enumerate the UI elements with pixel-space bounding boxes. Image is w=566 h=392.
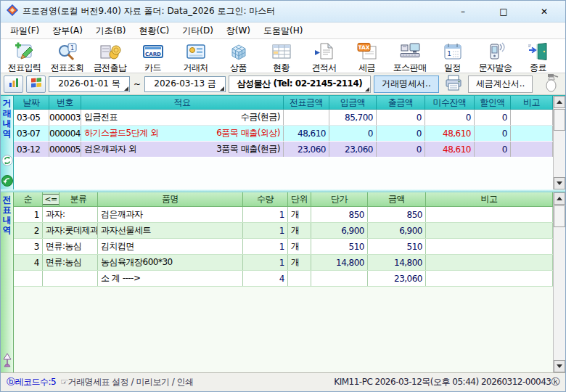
menu-status[interactable]: 현황(C): [132, 23, 176, 39]
scroll-thumb[interactable]: [554, 205, 565, 227]
quote-doc-icon: [313, 41, 335, 62]
item-row[interactable]: 3 면류:농심 김치컵면 1 개 510 510: [14, 239, 553, 255]
col-no[interactable]: 번호: [49, 96, 81, 110]
scroll-down-button[interactable]: [554, 360, 565, 372]
menu-window[interactable]: 창(W): [220, 23, 257, 39]
close-button[interactable]: ✕: [533, 3, 555, 20]
filter-bar: 2026-01-01 목 ~ 2026-03-13 금 삼성물산 (Tel: 0…: [1, 73, 565, 95]
date-to-field[interactable]: 2026-03-13 금: [144, 76, 226, 92]
subtotal-row: 소 계 ----> 4 23,060: [14, 271, 553, 287]
windows-button[interactable]: [26, 75, 46, 93]
date-from-field[interactable]: 2026-01-01 목: [49, 76, 130, 92]
scroll-up-button[interactable]: [554, 192, 565, 205]
col-seq[interactable]: 순: [14, 192, 43, 207]
col-name[interactable]: 품명: [98, 192, 243, 207]
item-row[interactable]: 1 과자: 검은깨과자 1 개 850 850: [14, 207, 553, 223]
menu-basic[interactable]: 기초(B): [89, 23, 133, 39]
bar-chart-icon: [8, 77, 20, 91]
title-bar: 프로경영(로컬 버전9.40) 자료 폴더: Data_2026 로그인: 마스…: [1, 1, 565, 23]
toolbar-label: 거래처: [183, 62, 208, 74]
cell-no: 000003: [49, 110, 81, 125]
toolbar-tax[interactable]: TAX 세금: [345, 40, 388, 74]
col-receivable[interactable]: 미수잔액: [425, 96, 475, 110]
cell-amount: 6,900: [368, 223, 426, 238]
nav-back-button[interactable]: [1, 175, 14, 187]
lamp-button[interactable]: [1, 353, 14, 369]
triangle-up-icon: [557, 197, 562, 200]
minimize-button[interactable]: –: [452, 3, 474, 20]
toolbar-voucher-entry[interactable]: 전표입력: [3, 40, 46, 74]
cell-qty: 1: [243, 239, 288, 254]
cell-category: 과자:: [43, 207, 98, 222]
scroll-down-button[interactable]: [554, 177, 565, 189]
toolbar-products[interactable]: 상품: [217, 40, 260, 74]
col-qty[interactable]: 수량: [243, 192, 288, 207]
menu-file[interactable]: 파일(F): [4, 23, 46, 39]
toolbar-quotation[interactable]: 견적서: [303, 40, 345, 74]
statement-button[interactable]: 거래명세서..: [374, 75, 439, 93]
scroll-thumb[interactable]: [554, 109, 565, 131]
col-total[interactable]: 전표금액: [284, 96, 329, 110]
col-withdraw[interactable]: 출금액: [377, 96, 425, 110]
menu-help[interactable]: 도움말(H): [257, 23, 309, 39]
col-note[interactable]: 비고: [511, 96, 553, 110]
cell-price: 850: [311, 207, 368, 222]
toolbar-label: 현황: [273, 62, 290, 74]
scroll-track[interactable]: [554, 131, 565, 177]
col-category[interactable]: 분류: [60, 192, 98, 207]
transaction-row[interactable]: 03-07 000004 하기스골드5단계 외 6품목 매출(외상) 48,61…: [14, 126, 553, 142]
statement-hint: ☞거래명세표 설정 / 미리보기 / 인쇄: [60, 376, 193, 388]
cell-price: [311, 271, 368, 286]
scroll-up-button[interactable]: [554, 96, 565, 108]
col-date[interactable]: 날짜: [14, 96, 49, 110]
toolbar-label: 전표조회: [51, 62, 84, 74]
dropdown-corner-icon: [220, 86, 224, 91]
transactions-scrollbar[interactable]: [553, 96, 565, 189]
triangle-up-icon: [557, 100, 562, 104]
toolbar-card[interactable]: CARD 카드: [131, 40, 174, 74]
toolbar-exit[interactable]: 종료: [517, 40, 559, 74]
tax-invoice-button[interactable]: 세금계산서..: [468, 75, 533, 93]
item-row[interactable]: 4 면류:농심 농심육개장600*30 1 개 14,800 14,800: [14, 255, 553, 271]
magnifier-1-icon: 1: [57, 41, 78, 62]
refresh-button[interactable]: [1, 155, 14, 166]
toolbar-label: 견적서: [311, 62, 336, 74]
toolbar-pos-sale[interactable]: 포스판매: [388, 40, 431, 74]
col-deposit[interactable]: 입금액: [329, 96, 377, 110]
transaction-row-selected[interactable]: 03-12 000005 검은깨과자 외 3품목 매출(현금) 23,060 2…: [14, 142, 553, 158]
coins-icon: [99, 41, 121, 62]
col-note[interactable]: 비고: [426, 192, 553, 207]
toolbar-status[interactable]: 현황: [260, 40, 303, 74]
col-discount[interactable]: 할인액: [475, 96, 511, 110]
col-amount[interactable]: 금액: [368, 192, 426, 207]
maximize-button[interactable]: □: [493, 3, 514, 20]
cell-seq: 3: [14, 239, 43, 254]
scroll-track[interactable]: [554, 227, 565, 360]
toolbar-sms[interactable]: 문자발송: [474, 40, 517, 74]
spray-button[interactable]: [541, 74, 562, 94]
item-row[interactable]: 2 과자:롯데제과 과자선물세트 1 개 6,900 6,900: [14, 223, 553, 239]
toolbar-schedule[interactable]: 1 일정: [431, 40, 474, 74]
pencil-plus-icon: [14, 41, 36, 62]
transaction-row[interactable]: 03-05 000003 입금전표 수금(현금) 85,700 0 0 0: [14, 110, 553, 126]
cell-unit: 개: [288, 255, 311, 270]
print-button[interactable]: [442, 75, 465, 94]
col-price[interactable]: 단가: [311, 192, 368, 207]
col-unit[interactable]: 단위: [288, 192, 311, 207]
customer-select[interactable]: 삼성물산 (Tel: 02-2145-2114): [229, 75, 371, 93]
items-scrollbar[interactable]: [553, 192, 565, 372]
menu-etc[interactable]: 기타(D): [176, 23, 220, 39]
menu-ledger[interactable]: 장부(A): [46, 23, 89, 39]
toolbar-partners[interactable]: 거래처: [174, 40, 217, 74]
items-pane: 전표내역 순 <= 분류 품명 수량 단위 단가 금액 비고: [1, 192, 565, 372]
cell-note: [426, 255, 553, 270]
toolbar-voucher-search[interactable]: 1 전표조회: [46, 40, 89, 74]
cell-unit: 개: [288, 239, 311, 254]
items-table: 순 <= 분류 품명 수량 단위 단가 금액 비고 1 과자: 검은깨과자 1 …: [14, 192, 553, 372]
col-desc[interactable]: 적요: [81, 96, 284, 110]
table-grid-icon: [271, 41, 292, 62]
toolbar-cash-book[interactable]: 금전출납: [89, 40, 131, 74]
chart-view-button[interactable]: [4, 75, 23, 93]
cell-desc: 입금전표 수금(현금): [81, 110, 284, 125]
collapse-button[interactable]: <=: [43, 192, 60, 207]
